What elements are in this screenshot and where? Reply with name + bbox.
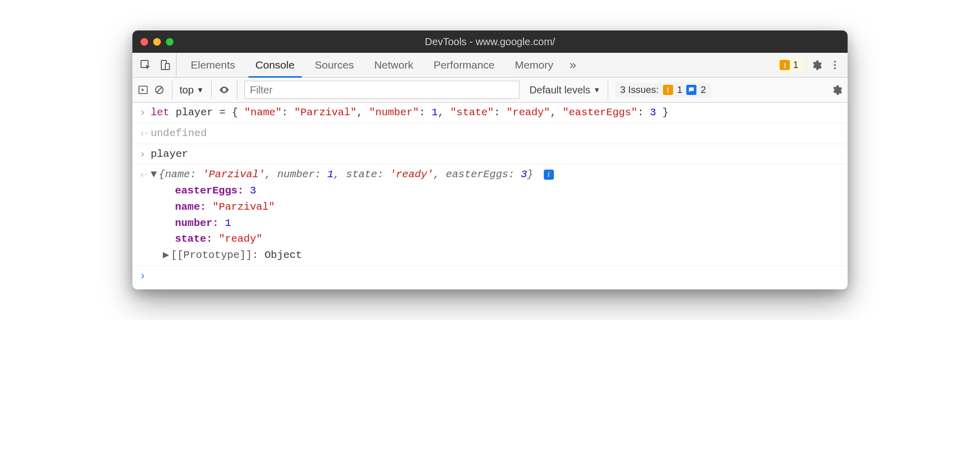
clear-console-icon[interactable] [154,84,165,95]
svg-point-5 [834,68,836,70]
output-prompt-icon [139,167,151,183]
object-property-row[interactable]: easterEggs: 3 [163,183,841,199]
warning-icon: ! [663,85,673,95]
devtools-tabs: Elements Console Sources Network Perform… [132,53,848,78]
disclosure-triangle-open-icon[interactable]: ▼ [151,167,159,183]
object-property-row[interactable]: name: "Parzival" [163,199,841,215]
chevron-down-icon: ▼ [197,86,204,94]
input-prompt-icon [139,146,151,162]
svg-rect-2 [165,63,169,70]
log-levels-selector[interactable]: Default levels ▼ [524,84,601,96]
console-active-prompt[interactable] [132,266,848,286]
input-prompt-icon [139,105,151,121]
svg-point-3 [834,61,836,63]
console-output: let player = { "name": "Parzival", "numb… [132,103,848,289]
tab-sources[interactable]: Sources [305,53,364,77]
tab-elements[interactable]: Elements [181,53,246,77]
prototype-row[interactable]: ▶[[Prototype]]: Object [151,247,841,264]
titlebar: DevTools - www.google.com/ [132,30,848,53]
tab-network[interactable]: Network [364,53,424,77]
window-title: DevTools - www.google.com/ [132,36,848,48]
console-output-row: ▼{name: 'Parzival', number: 1, state: 'r… [132,165,848,266]
tab-console[interactable]: Console [246,53,305,77]
zoom-window-button[interactable] [166,38,173,46]
svg-line-8 [157,87,162,93]
window-controls [132,38,173,46]
console-input-row[interactable]: player [132,144,848,165]
object-info-icon[interactable]: i [544,170,554,180]
input-prompt-icon [139,268,151,284]
tab-memory[interactable]: Memory [505,53,564,77]
chevron-down-icon: ▼ [593,86,601,94]
tabs-overflow[interactable]: » [564,53,582,77]
inspect-element-icon[interactable] [139,59,152,71]
console-toolbar: top ▼ Default levels ▼ 3 Issues: ! 1 [132,78,848,103]
console-settings-gear-icon[interactable] [831,84,843,96]
device-toolbar-icon[interactable] [159,59,171,71]
output-prompt-icon [139,125,151,142]
live-expression-eye-icon[interactable] [219,84,230,95]
object-property-row[interactable]: number: 1 [163,215,841,232]
console-warn-badge[interactable]: ! 1 [777,58,803,72]
close-window-button[interactable] [141,38,148,46]
object-property-row[interactable]: state: "ready" [163,231,841,247]
minimize-window-button[interactable] [153,38,161,46]
object-summary-line[interactable]: ▼{name: 'Parzival', number: 1, state: 'r… [151,167,841,183]
info-icon [686,85,696,95]
issues-badge[interactable]: 3 Issues: ! 1 2 [615,83,711,97]
disclosure-triangle-closed-icon[interactable]: ▶ [163,247,171,264]
settings-gear-icon[interactable] [811,59,822,71]
kebab-menu-icon[interactable] [829,59,841,71]
warn-badge-count: 1 [793,59,798,71]
console-output-row: undefined [132,123,848,144]
console-input-row[interactable]: let player = { "name": "Parzival", "numb… [132,103,848,123]
console-filter-input[interactable] [244,81,519,99]
tab-performance[interactable]: Performance [424,53,505,77]
toggle-drawer-icon[interactable] [137,84,149,95]
devtools-window: DevTools - www.google.com/ Eleme [132,30,848,289]
svg-point-4 [834,64,836,66]
context-selector[interactable]: top ▼ [180,84,204,96]
